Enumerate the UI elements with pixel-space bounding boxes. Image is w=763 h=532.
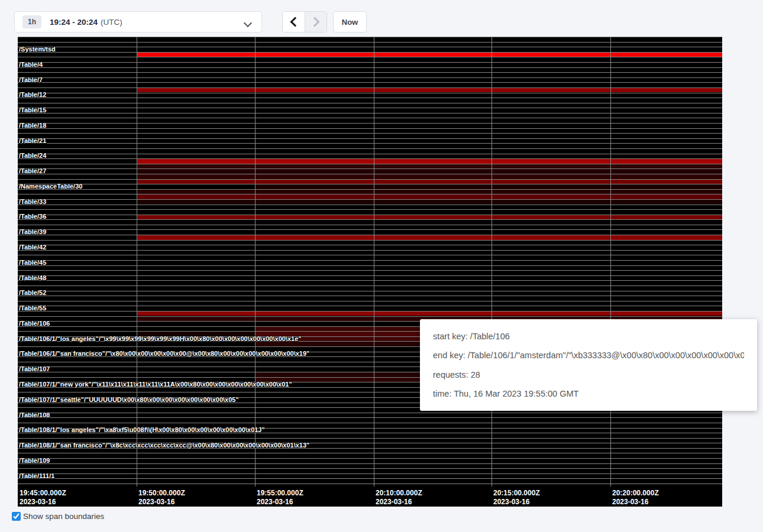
span-band[interactable]	[137, 200, 722, 205]
key-visualizer-canvas[interactable]: /System/tsd/Table/4/Table/7/Table/12/Tab…	[18, 37, 722, 507]
show-span-boundaries-checkbox[interactable]	[12, 512, 21, 521]
row-label: /Table/21	[19, 138, 46, 144]
heatmap-row[interactable]	[18, 280, 722, 286]
heatmap-row[interactable]	[18, 82, 722, 87]
heatmap-row[interactable]	[18, 433, 722, 438]
x-axis-tick: 19:50:00.000Z2023-03-16	[138, 489, 185, 507]
heatmap-row[interactable]	[18, 478, 722, 484]
heatmap-row[interactable]	[18, 143, 722, 148]
heatmap-row[interactable]	[18, 77, 722, 83]
row-label: /System/tsd	[19, 46, 56, 53]
chevron-right-icon	[310, 17, 320, 27]
span-band[interactable]	[137, 235, 722, 240]
heatmap-row[interactable]	[18, 296, 722, 301]
span-band[interactable]	[137, 88, 722, 93]
heatmap-row[interactable]	[18, 138, 722, 144]
row-label: /Table/4	[19, 61, 43, 68]
heatmap-row[interactable]	[18, 219, 722, 225]
row-label: /Table/107/1/"seattle"/"UUUUUUD\x00\x80\…	[19, 397, 239, 403]
heatmap-row[interactable]	[18, 148, 722, 154]
time-range-timezone: (UTC)	[101, 18, 122, 27]
heatmap-row[interactable]	[18, 250, 722, 255]
heatmap-row[interactable]	[18, 225, 722, 230]
heatmap-row[interactable]	[18, 260, 722, 265]
heatmap-row[interactable]	[18, 113, 722, 118]
span-band[interactable]	[137, 159, 722, 164]
next-range-button[interactable]	[305, 12, 326, 32]
heatmap-row[interactable]	[18, 448, 722, 453]
chevron-down-icon	[244, 19, 252, 27]
heatmap-row[interactable]	[18, 118, 722, 123]
row-label: /NamespaceTable/30	[19, 183, 82, 190]
heatmap-row[interactable]	[18, 98, 722, 103]
heatmap-row[interactable]	[18, 133, 722, 138]
gridline	[137, 37, 137, 486]
heatmap-row[interactable]	[18, 154, 722, 159]
heatmap-row[interactable]	[18, 72, 722, 77]
span-band[interactable]	[137, 174, 722, 179]
row-label: /Table/108	[19, 412, 50, 419]
heatmap-row[interactable]	[18, 103, 722, 108]
span-band[interactable]	[137, 190, 722, 194]
heatmap-row[interactable]	[18, 255, 722, 260]
show-span-boundaries-control[interactable]: Show span boundaries	[12, 512, 104, 521]
heatmap-row[interactable]	[18, 47, 722, 52]
heatmap-row[interactable]	[18, 286, 722, 291]
heatmap-row[interactable]	[18, 209, 722, 215]
heatmap-row[interactable]	[18, 275, 722, 281]
x-axis-tick: 20:20:00.000Z2023-03-16	[612, 489, 659, 507]
tooltip-end-key: end key: /Table/106/1/"amsterdam"/"\xb33…	[433, 351, 744, 360]
span-band[interactable]	[137, 194, 722, 199]
span-tooltip: start key: /Table/106 end key: /Table/10…	[420, 319, 757, 411]
heatmap-row[interactable]	[18, 123, 722, 128]
heatmap-row[interactable]	[18, 57, 722, 62]
heatmap-row[interactable]	[18, 468, 722, 473]
row-label: /Table/33	[19, 199, 46, 205]
row-label: /Table/7	[19, 77, 43, 83]
heatmap-row[interactable]	[18, 205, 722, 210]
row-label: /Table/36	[19, 213, 46, 220]
range-pager	[282, 11, 327, 33]
row-label: /Table/55	[19, 305, 46, 312]
heatmap-row[interactable]	[18, 240, 722, 245]
heatmap-row[interactable]	[18, 270, 722, 275]
span-band[interactable]	[137, 180, 722, 184]
span-band[interactable]	[137, 53, 722, 57]
span-band[interactable]	[137, 169, 722, 174]
prev-range-button[interactable]	[283, 12, 305, 32]
heatmap-row[interactable]	[18, 42, 722, 47]
heatmap-row[interactable]	[18, 458, 722, 463]
heatmap-row[interactable]	[18, 108, 722, 113]
heatmap-row[interactable]	[18, 463, 722, 469]
heatmap-row[interactable]	[18, 453, 722, 458]
time-range-dropdown[interactable]: 1h 19:24 - 20:24 (UTC)	[14, 11, 262, 33]
heatmap-row[interactable]	[18, 128, 722, 134]
span-band[interactable]	[137, 164, 722, 169]
span-band[interactable]	[137, 312, 722, 316]
span-band[interactable]	[255, 184, 722, 189]
row-label: /Table/15	[19, 107, 46, 113]
heatmap-row[interactable]	[18, 301, 722, 306]
row-label: /Table/109	[19, 458, 50, 464]
heatmap-row[interactable]	[18, 67, 722, 73]
tooltip-start-key: start key: /Table/106	[433, 332, 744, 341]
heatmap-rows-area[interactable]: /System/tsd/Table/4/Table/7/Table/12/Tab…	[18, 37, 722, 484]
row-label: /Table/18	[19, 122, 46, 129]
heatmap-row[interactable]	[18, 93, 722, 98]
heatmap-row[interactable]	[18, 473, 722, 479]
heatmap-row[interactable]	[18, 306, 722, 311]
chevron-left-icon	[290, 17, 300, 27]
now-button[interactable]: Now	[333, 11, 367, 33]
heatmap-row[interactable]	[18, 62, 722, 67]
heatmap-row[interactable]	[18, 265, 722, 271]
heatmap-row[interactable]	[18, 413, 722, 418]
heatmap-row[interactable]	[18, 37, 722, 42]
heatmap-row[interactable]	[18, 229, 722, 235]
x-axis-tick: 19:55:00.000Z2023-03-16	[257, 489, 303, 507]
heatmap-row[interactable]	[18, 291, 722, 296]
span-band[interactable]	[137, 215, 722, 220]
row-label: /Table/106/1/"los angeles"/"\x99\x99\x99…	[19, 336, 302, 342]
row-label: /Table/27	[19, 168, 46, 174]
heatmap-row[interactable]	[18, 417, 722, 423]
heatmap-row[interactable]	[18, 245, 722, 250]
